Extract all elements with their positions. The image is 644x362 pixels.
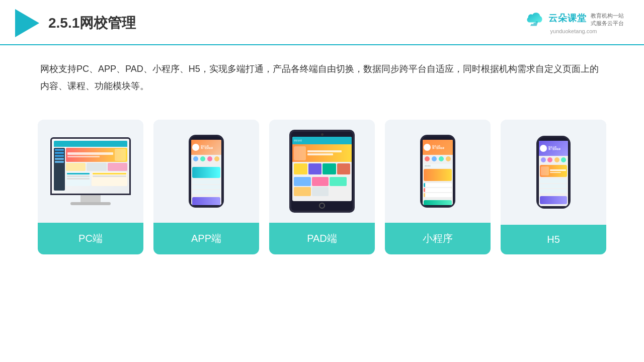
page-title: 2.5.1网校管理 — [48, 14, 136, 33]
cards-container: PC端 职达人的 第一堂训练课 — [0, 105, 644, 269]
card-h5-label: H5 — [501, 225, 606, 254]
card-h5: 职达人的 第一堂训练课 — [501, 120, 606, 254]
brand-url: yunduoketang.com — [550, 28, 597, 34]
header-left: 2.5.1网校管理 — [15, 9, 136, 37]
logo-triangle-icon — [15, 9, 39, 37]
cloud-icon — [523, 13, 544, 27]
phone-miniapp-icon: 职达人的 第一堂训练课 搜索课程 — [420, 135, 455, 208]
description-text: 网校支持PC、APP、PAD、小程序、H5，实现多端打通，产品各终端自由切换，数… — [0, 45, 644, 100]
pc-monitor-icon — [50, 137, 131, 205]
card-miniapp: 职达人的 第一堂训练课 搜索课程 — [385, 120, 491, 254]
card-app-image: 职达人的 第一堂训练课 — [153, 120, 259, 223]
card-pc-image — [38, 120, 143, 223]
brand-name: 云朵课堂 — [548, 12, 587, 24]
header-right: 云朵课堂 教育机构一站 式服务云平台 yunduoketang.com — [523, 12, 624, 35]
card-app-label: APP端 — [153, 223, 259, 254]
tablet-pad-icon: 课堂管理 — [289, 130, 355, 213]
phone-h5-icon: 职达人的 第一堂训练课 — [536, 136, 571, 209]
phone-app-icon: 职达人的 第一堂训练课 — [189, 135, 224, 208]
card-h5-image: 职达人的 第一堂训练课 — [501, 120, 606, 225]
card-pad: 课堂管理 — [269, 120, 375, 254]
brand-name-and-tagline: 云朵课堂 教育机构一站 式服务云平台 — [548, 12, 624, 28]
brand-logo: 云朵课堂 教育机构一站 式服务云平台 — [523, 12, 624, 28]
card-pad-image: 课堂管理 — [269, 120, 375, 223]
card-pc: PC端 — [38, 120, 143, 254]
card-pc-label: PC端 — [38, 223, 143, 254]
page-header: 2.5.1网校管理 云朵课堂 教育机构一站 式服务云平台 — [0, 0, 644, 45]
card-miniapp-label: 小程序 — [385, 223, 491, 254]
card-pad-label: PAD端 — [269, 223, 375, 254]
card-app: 职达人的 第一堂训练课 — [153, 120, 259, 254]
brand-tagline: 教育机构一站 式服务云平台 — [591, 12, 624, 28]
card-miniapp-image: 职达人的 第一堂训练课 搜索课程 — [385, 120, 491, 223]
